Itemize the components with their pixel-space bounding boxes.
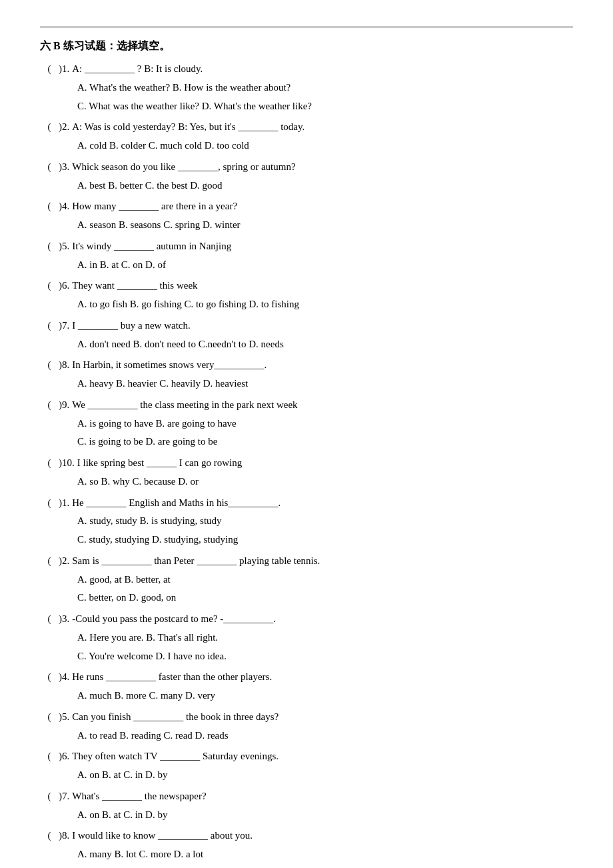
question-number: )5. [59,237,69,256]
question-row: ()8.I would like to know __________ abou… [40,827,573,845]
options-row: C. is going to be D. are going to be [40,433,573,451]
options-row: A. cold B. colder C. much cold D. too co… [40,137,573,155]
question-number: )4. [59,668,69,687]
question-row: ()4.He runs __________ faster than the o… [40,668,573,687]
options-row: A. study, study B. is studying, study [40,512,573,531]
question-row: ()1.A: __________ ? B: It is cloudy. [40,60,573,79]
question-text: -Could you pass the postcard to me? -___… [72,610,573,629]
options-row: A. so B. why C. because D. or [40,473,573,491]
question-number: )3. [59,158,69,177]
question-row: ()2.Sam is __________ than Peter _______… [40,552,573,571]
question-number: )3. [59,610,69,629]
question-row: ()8.In Harbin, it sometimes snows very__… [40,356,573,375]
options-row: A. Here you are. B. That's all right. [40,629,573,647]
question-number: )2. [59,552,69,571]
answer-paren: ( [40,277,59,295]
question-text: I would like to know __________ about yo… [72,827,573,845]
options-row: C. better, on D. good, on [40,589,573,607]
answer-paren: ( [40,668,59,687]
question-block: ()1.He ________ English and Maths in his… [40,494,573,549]
question-text: They often watch TV ________ Saturday ev… [72,747,573,766]
question-text: A: Was is cold yesterday? B: Yes, but it… [72,118,573,137]
questions-container: ()1.A: __________ ? B: It is cloudy.A. W… [40,60,573,868]
options-row: A. don't need B. don't need to C.needn't… [40,335,573,354]
options-row: A. season B. seasons C. spring D. winter [40,216,573,235]
question-block: ()3.Whick season do you like ________, s… [40,158,573,195]
answer-paren: ( [40,827,59,845]
answer-paren: ( [40,396,59,415]
question-number: )4. [59,197,69,216]
answer-paren: ( [40,317,59,335]
question-row: ()7.I ________ buy a new watch. [40,317,573,335]
question-block: ()1.A: __________ ? B: It is cloudy.A. W… [40,60,573,115]
question-text: Can you finish __________ the book in th… [72,708,573,727]
answer-paren: ( [40,454,59,473]
answer-paren: ( [40,356,59,375]
answer-paren: ( [40,197,59,216]
options-row: A. good, at B. better, at [40,571,573,589]
question-text: Sam is __________ than Peter ________ pl… [72,552,573,571]
page-title: 六 B 练习试题：选择填空。 [40,39,573,53]
question-number: )10. [59,454,75,473]
options-row: A. is going to have B. are going to have [40,415,573,433]
question-text: He runs __________ faster than the other… [72,668,573,687]
question-block: ()2.Sam is __________ than Peter _______… [40,552,573,607]
options-row: A. to go fish B. go fishing C. to go fis… [40,295,573,314]
question-row: ()2.A: Was is cold yesterday? B: Yes, bu… [40,118,573,137]
question-number: )1. [59,494,69,513]
question-row: ()6.They often watch TV ________ Saturda… [40,747,573,766]
question-block: ()5.It's windy ________ autumn in Nanjin… [40,237,573,275]
question-number: )6. [59,747,69,766]
question-text: Whick season do you like ________, sprin… [72,158,573,177]
question-number: )9. [59,396,69,415]
question-text: I like spring best ______ I can go rowin… [77,454,573,473]
answer-paren: ( [40,118,59,137]
question-number: )8. [59,356,69,375]
question-row: ()4.How many ________ are there in a yea… [40,197,573,216]
options-row: A. on B. at C. in D. by [40,806,573,825]
answer-paren: ( [40,610,59,629]
question-block: ()7.What's ________ the newspaper?A. on … [40,787,573,825]
question-block: ()7.I ________ buy a new watch.A. don't … [40,317,573,354]
question-row: ()9.We __________ the class meeting in t… [40,396,573,415]
question-text: They want ________ this week [72,277,573,295]
question-text: It's windy ________ autumn in Nanjing [72,237,573,256]
question-number: )5. [59,708,69,727]
options-row: A. in B. at C. on D. of [40,256,573,275]
question-row: ()7.What's ________ the newspaper? [40,787,573,806]
question-block: ()8.I would like to know __________ abou… [40,827,573,864]
question-block: ()2.A: Was is cold yesterday? B: Yes, bu… [40,118,573,155]
question-text: We __________ the class meeting in the p… [72,396,573,415]
question-block: ()4.How many ________ are there in a yea… [40,197,573,235]
options-row: A. heavy B. heavier C. heavily D. heavie… [40,375,573,393]
answer-paren: ( [40,60,59,79]
options-row: A. What's the weather? B. How is the wea… [40,79,573,97]
answer-paren: ( [40,747,59,766]
options-row: A. many B. lot C. more D. a lot [40,845,573,864]
top-divider [40,27,573,27]
question-number: )7. [59,787,69,806]
answer-paren: ( [40,708,59,727]
question-number: )6. [59,277,69,295]
question-row: ()10.I like spring best ______ I can go … [40,454,573,473]
options-row: A. on B. at C. in D. by [40,766,573,785]
question-number: )1. [59,60,69,79]
answer-paren: ( [40,494,59,513]
question-block: ()8.In Harbin, it sometimes snows very__… [40,356,573,393]
question-text: I ________ buy a new watch. [72,317,573,335]
question-block: ()6.They want ________ this weekA. to go… [40,277,573,314]
answer-paren: ( [40,237,59,256]
question-text: How many ________ are there in a year? [72,197,573,216]
question-row: ()6.They want ________ this week [40,277,573,295]
question-block: ()9.We __________ the class meeting in t… [40,396,573,451]
question-block: ()6.They often watch TV ________ Saturda… [40,747,573,785]
options-row: C. What was the weather like? D. What's … [40,97,573,116]
question-number: )7. [59,317,69,335]
question-text: He ________ English and Maths in his____… [72,494,573,513]
question-text: In Harbin, it sometimes snows very______… [72,356,573,375]
question-row: ()1.He ________ English and Maths in his… [40,494,573,513]
question-block: ()3.-Could you pass the postcard to me? … [40,610,573,665]
question-text: What's ________ the newspaper? [72,787,573,806]
question-text: A: __________ ? B: It is cloudy. [72,60,573,79]
options-row: A. much B. more C. many D. very [40,687,573,705]
